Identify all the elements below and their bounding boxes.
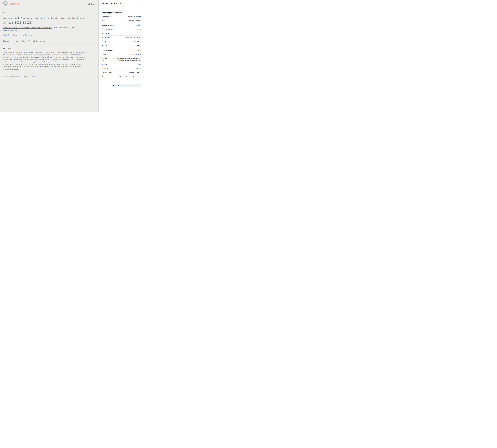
table-row: Source title Proceedings of SPIE - The I…: [102, 56, 140, 62]
close-icon[interactable]: [139, 3, 140, 5]
bib-row-value: Conference Review: [127, 16, 140, 17]
bib-row-value: 2-s2.0-105015089939: [125, 20, 140, 22]
table-row: CODEN PSISD: [102, 66, 140, 71]
scopus-home-link[interactable]: Scopus: [3, 1, 19, 6]
elsevier-tree-logo: [3, 1, 8, 6]
bib-row-label: CODEN: [102, 68, 108, 69]
bib-row-label: ISBN: [102, 53, 106, 55]
dot-separator: •: [53, 27, 53, 28]
bib-row-label: Original language: [102, 24, 114, 26]
search-button[interactable]: Search: [88, 3, 96, 5]
tab-cited-by[interactable]: Cited by (0): [22, 40, 30, 43]
document-actions: Full text Export Save to list: [3, 34, 99, 36]
dot-separator: •: [69, 27, 69, 28]
full-text-button[interactable]: Full text: [3, 34, 11, 36]
bib-row-label: Publication year: [102, 49, 113, 51]
table-row: Document type Conference Review: [102, 15, 140, 19]
panel-header: Detailed information: [102, 0, 140, 5]
bib-row-value: 2025: [137, 28, 140, 30]
bib-row-label: Volume: [102, 64, 107, 65]
bib-row-label: Publication date: [102, 28, 113, 30]
save-to-list-button[interactable]: Save to list: [22, 34, 32, 36]
top-bar: Scopus Search: [0, 0, 99, 7]
table-row: EID 2-s2.0-105015089939: [102, 19, 140, 23]
tab-similar-documents[interactable]: Similar documents: [33, 40, 47, 43]
table-row: Source type Conference Proceedings: [102, 35, 140, 40]
bib-row-value: 2025: [137, 49, 140, 51]
table-row: PubMed ID: [102, 31, 140, 35]
tab-impact[interactable]: Impact: [14, 40, 18, 43]
bib-row-value: Conference Proceedings: [124, 37, 140, 38]
search-icon: [88, 3, 90, 5]
table-row: Volume 13696: [102, 62, 140, 66]
bib-row-value: Proceedings of SPIE - The International …: [111, 58, 140, 61]
panel-section-divider: [99, 79, 140, 79]
document-type-label: Conference Review: [54, 27, 68, 29]
bib-row-label: PubMed ID: [102, 32, 110, 34]
bib-row-label: Volume editors: [102, 72, 112, 74]
copyright-notice: © Copyright 2025 Elsevier B.V., All righ…: [3, 75, 99, 77]
bib-row-value: SPIE: [137, 45, 140, 47]
panel-title: Detailed information: [102, 2, 122, 5]
full-text-label: Full text: [3, 34, 9, 36]
bib-row-label: Source type: [102, 37, 110, 38]
source-title-link[interactable]: Proceedings of SPIE - The International …: [3, 27, 52, 29]
bib-row-value: PSISD: [136, 68, 140, 69]
bib-row-label: Conference: [102, 76, 110, 77]
detailed-information-panel: Detailed information Bibliographic infor…: [99, 0, 143, 112]
search-label: Search: [91, 3, 96, 5]
bib-row-value: Kolhe M., Gou B.: [129, 72, 140, 74]
publication-year-label: 2025: [70, 27, 74, 29]
page-title: International Conference on Electrical E…: [3, 16, 85, 25]
bib-row-value: 13696: [136, 64, 140, 65]
panel-nav-abstract[interactable]: Abstract: [112, 84, 141, 87]
show-all-information-link[interactable]: Show all information: [3, 30, 17, 32]
chevron-down-icon: [10, 35, 11, 35]
bib-row-value: 978-151069338-8: [128, 53, 140, 55]
bib-row-value: 2025 International Conference on: [118, 76, 140, 77]
abstract-heading: Abstract: [3, 47, 99, 50]
table-row: Publication year 2025: [102, 48, 140, 52]
document-tabs: Document Impact Cited by (0) Similar doc…: [3, 40, 98, 43]
bib-row-value: 0277786X: [134, 41, 140, 43]
bookmark-icon: [22, 34, 24, 36]
table-row: Original language English: [102, 23, 140, 27]
document-page: Scopus Search Back International Confere…: [0, 0, 99, 112]
bib-row-value: English: [136, 24, 140, 26]
scopus-wordmark: Scopus: [10, 2, 19, 5]
panel-header-divider: [102, 8, 140, 8]
export-button[interactable]: Export: [13, 34, 20, 36]
bib-row-label: Publisher: [102, 45, 109, 47]
table-row: ISBN 978-151069338-8: [102, 52, 140, 56]
chevron-down-icon: [19, 35, 20, 35]
save-to-list-label: Save to list: [25, 34, 32, 36]
table-row: Publication date 2025: [102, 27, 140, 31]
source-meta-row: Proceedings of SPIE - The International …: [3, 27, 99, 29]
table-row: Conference 2025 International Conference…: [102, 75, 140, 77]
tab-document[interactable]: Document: [3, 40, 12, 43]
bib-row-label: Source title: [102, 58, 109, 61]
bibliographic-scroll-area[interactable]: Document type Conference Review EID 2-s2…: [102, 15, 140, 77]
table-row: Volume editors Kolhe M., Gou B.: [102, 71, 140, 75]
export-label: Export: [13, 34, 18, 36]
bib-row-label: Document type: [102, 16, 112, 17]
bib-row-label: ISSN: [102, 41, 106, 43]
abstract-text: The proceedings contain 111 papers. The …: [3, 51, 88, 70]
table-row: Publisher SPIE: [102, 44, 140, 48]
table-row: ISSN 0277786X: [102, 40, 140, 44]
back-link[interactable]: Back: [3, 12, 6, 13]
bib-row-label: EID: [102, 20, 105, 22]
bibliographic-information-heading: Bibliographic information: [102, 12, 140, 14]
